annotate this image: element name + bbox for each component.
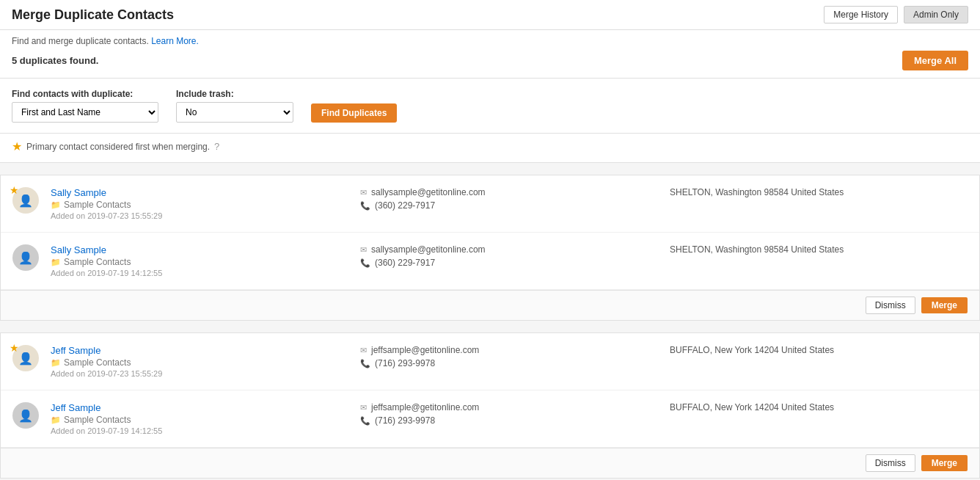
phone-text: (360) 229-7917 (375, 258, 435, 268)
email-text: sallysample@getitonline.com (371, 244, 486, 255)
contact-added-date: Added on 2019-07-23 15:55:29 (51, 369, 348, 378)
email-text: jeffsample@getitonline.com (371, 402, 479, 412)
contact-added-date: Added on 2019-07-19 14:12:55 (51, 426, 348, 435)
phone-icon: 📞 (360, 416, 370, 426)
contact-address: BUFFALO, New York 14204 United States (670, 345, 968, 355)
primary-star-badge: ★ (10, 342, 19, 354)
learn-more-link[interactable]: Learn More. (151, 36, 199, 46)
email-text: jeffsample@getitonline.com (371, 345, 479, 355)
contact-email-phone: ✉jeffsample@getitonline.com📞(716) 293-99… (360, 345, 658, 368)
contact-info: Sally Sample📁Sample ContactsAdded on 201… (51, 187, 348, 220)
contact-group-name: Sample Contacts (64, 200, 131, 210)
email-icon: ✉ (360, 245, 367, 255)
merge-all-button[interactable]: Merge All (902, 51, 968, 70)
folder-icon: 📁 (51, 258, 61, 267)
contact-phone: 📞(716) 293-9978 (360, 358, 658, 368)
contact-group: 📁Sample Contacts (51, 357, 348, 368)
info-text: Primary contact considered first when me… (26, 142, 210, 152)
email-icon: ✉ (360, 403, 367, 412)
primary-star-badge: ★ (10, 184, 19, 196)
contact-avatar: 👤★ (12, 187, 39, 214)
dismiss-button[interactable]: Dismiss (866, 454, 915, 472)
contact-group-name: Sample Contacts (64, 415, 131, 425)
contact-row: 👤Sally Sample📁Sample ContactsAdded on 20… (1, 233, 979, 290)
contact-email-phone: ✉jeffsample@getitonline.com📞(716) 293-99… (360, 402, 658, 426)
merge-history-button[interactable]: Merge History (824, 6, 898, 23)
contact-email: ✉sallysample@getitonline.com (360, 187, 658, 197)
contact-avatar: 👤 (12, 402, 39, 429)
merge-button[interactable]: Merge (921, 455, 968, 471)
contact-group: 📁Sample Contacts (51, 200, 348, 210)
folder-icon: 📁 (51, 200, 61, 210)
contact-phone: 📞(360) 229-7917 (360, 200, 658, 211)
sub-header: Find and merge duplicate contacts. Learn… (0, 30, 980, 79)
duplicate-group-2: 👤★Jeff Sample📁Sample ContactsAdded on 20… (0, 332, 980, 479)
admin-only-button[interactable]: Admin Only (904, 6, 968, 23)
contact-email: ✉sallysample@getitonline.com (360, 244, 658, 255)
find-contacts-label: Find contacts with duplicate: (12, 89, 158, 99)
contact-group: 📁Sample Contacts (51, 415, 348, 425)
duplicate-group-1: 👤★Sally Sample📁Sample ContactsAdded on 2… (0, 175, 980, 321)
content: 👤★Sally Sample📁Sample ContactsAdded on 2… (0, 175, 980, 479)
contact-group-name: Sample Contacts (64, 257, 131, 267)
contact-row: 👤Jeff Sample📁Sample ContactsAdded on 201… (1, 390, 979, 448)
filter-bar: Find contacts with duplicate: First and … (0, 79, 980, 134)
folder-icon: 📁 (51, 415, 61, 425)
phone-icon: 📞 (360, 258, 370, 268)
contact-email: ✉jeffsample@getitonline.com (360, 402, 658, 412)
include-trash-group: Include trash: No (176, 89, 293, 123)
top-bar: Merge Duplicate Contacts Merge History A… (0, 0, 980, 30)
phone-icon: 📞 (360, 201, 370, 211)
include-trash-select[interactable]: No (176, 102, 293, 123)
contact-avatar: 👤 (12, 244, 39, 271)
dismiss-button[interactable]: Dismiss (866, 297, 915, 314)
contact-name-link[interactable]: Jeff Sample (51, 402, 100, 413)
contact-phone: 📞(360) 229-7917 (360, 258, 658, 268)
contact-email-phone: ✉sallysample@getitonline.com📞(360) 229-7… (360, 187, 658, 211)
contact-address: BUFFALO, New York 14204 United States (670, 402, 968, 412)
find-duplicates-button[interactable]: Find Duplicates (311, 103, 397, 123)
phone-text: (716) 293-9978 (375, 415, 435, 426)
phone-text: (716) 293-9978 (375, 358, 435, 368)
contact-group-name: Sample Contacts (64, 357, 131, 368)
group-actions: DismissMerge (1, 448, 979, 478)
group-actions: DismissMerge (1, 290, 979, 320)
folder-icon: 📁 (51, 358, 61, 368)
email-text: sallysample@getitonline.com (371, 187, 486, 197)
email-icon: ✉ (360, 188, 367, 197)
contact-name-link[interactable]: Sally Sample (51, 187, 106, 198)
contact-address: SHELTON, Washington 98584 United States (670, 244, 968, 255)
phone-icon: 📞 (360, 359, 370, 368)
help-icon[interactable]: ? (214, 141, 219, 152)
contact-address: SHELTON, Washington 98584 United States (670, 187, 968, 197)
contact-row: 👤★Sally Sample📁Sample ContactsAdded on 2… (1, 175, 979, 233)
contact-info: Sally Sample📁Sample ContactsAdded on 201… (51, 244, 348, 277)
contact-info: Jeff Sample📁Sample ContactsAdded on 2019… (51, 402, 348, 435)
contact-phone: 📞(716) 293-9978 (360, 415, 658, 426)
contact-email-phone: ✉sallysample@getitonline.com📞(360) 229-7… (360, 244, 658, 268)
description-text: Find and merge duplicate contacts. (12, 36, 149, 46)
contact-avatar: 👤★ (12, 345, 39, 371)
contact-row: 👤★Jeff Sample📁Sample ContactsAdded on 20… (1, 333, 979, 390)
info-bar: ★ Primary contact considered first when … (0, 134, 980, 163)
contact-name-link[interactable]: Jeff Sample (51, 345, 100, 356)
contact-added-date: Added on 2019-07-19 14:12:55 (51, 269, 348, 277)
page-title: Merge Duplicate Contacts (12, 7, 174, 23)
contact-name-link[interactable]: Sally Sample (51, 244, 106, 255)
duplicates-found-row: 5 duplicates found. Merge All (12, 51, 968, 70)
duplicates-found-text: 5 duplicates found. (12, 55, 98, 66)
contact-email: ✉jeffsample@getitonline.com (360, 345, 658, 355)
contact-info: Jeff Sample📁Sample ContactsAdded on 2019… (51, 345, 348, 378)
contact-group: 📁Sample Contacts (51, 257, 348, 267)
merge-button[interactable]: Merge (921, 297, 968, 313)
find-contacts-group: Find contacts with duplicate: First and … (12, 89, 158, 123)
top-bar-actions: Merge History Admin Only (824, 6, 968, 23)
find-contacts-select[interactable]: First and Last Name (12, 102, 158, 123)
star-icon: ★ (12, 139, 22, 153)
email-icon: ✉ (360, 346, 367, 355)
description: Find and merge duplicate contacts. Learn… (12, 36, 968, 46)
contact-added-date: Added on 2019-07-23 15:55:29 (51, 211, 348, 220)
include-trash-label: Include trash: (176, 89, 293, 99)
phone-text: (360) 229-7917 (375, 200, 435, 211)
